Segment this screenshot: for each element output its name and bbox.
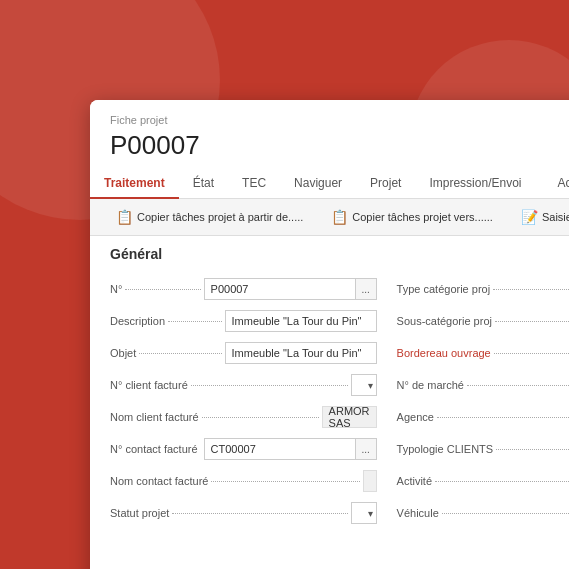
dots-client	[191, 385, 348, 386]
dots-nom-client	[202, 417, 319, 418]
label-typologie: Typologie CLIENTS	[397, 443, 494, 455]
label-statut: Statut projet	[110, 507, 169, 519]
tab-traitement[interactable]: Traitement	[90, 169, 179, 199]
input-objet[interactable]	[225, 342, 377, 364]
select-statut[interactable]: 2-EC	[351, 502, 377, 524]
dots-activite	[435, 481, 569, 482]
copy-to-icon: 📋	[331, 209, 348, 225]
form-row-marche: N° de marché	[397, 372, 569, 398]
form-row-sous-cat: Sous-catégorie proj	[397, 308, 569, 334]
select-client[interactable]: CL00003	[351, 374, 377, 396]
label-objet: Objet	[110, 347, 136, 359]
toolbar: 📋 Copier tâches projet à partir de..... …	[90, 199, 569, 236]
form-row-description: Description	[110, 308, 377, 334]
label-marche: N° de marché	[397, 379, 464, 391]
dots-nom-contact	[211, 481, 359, 482]
dots-vehicule	[442, 513, 569, 514]
input-numero[interactable]	[204, 278, 355, 300]
form-row-nom-client: Nom client facturé ARMOR SAS	[110, 404, 377, 430]
label-client: N° client facturé	[110, 379, 188, 391]
tab-naviguer[interactable]: Naviguer	[280, 169, 356, 199]
btn-contact[interactable]: ...	[355, 438, 377, 460]
label-activite: Activité	[397, 475, 432, 487]
label-nom-contact: Nom contact facturé	[110, 475, 208, 487]
label-type-cat: Type catégorie proj	[397, 283, 491, 295]
form-row-bordereau: Bordereau ouvrage	[397, 340, 569, 366]
readonly-nom-contact	[363, 470, 377, 492]
form-row-typologie: Typologie CLIENTS	[397, 436, 569, 462]
dots-type-cat	[493, 289, 569, 290]
label-vehicule: Véhicule	[397, 507, 439, 519]
saisie-button[interactable]: 📝 Saisie Av	[511, 205, 569, 229]
tab-bar: Traitement État TEC Naviguer Projet Impr…	[90, 169, 569, 199]
label-numero: N°	[110, 283, 122, 295]
dots-sous-cat	[495, 321, 569, 322]
dots-objet	[139, 353, 221, 354]
dots-marche	[467, 385, 569, 386]
form-row-numero: N° ...	[110, 276, 377, 302]
form-row-agence: Agence	[397, 404, 569, 430]
form-row-client: N° client facturé CL00003	[110, 372, 377, 398]
tab-impression[interactable]: Impression/Envoi	[415, 169, 535, 199]
form-row-type-cat: Type catégorie proj	[397, 276, 569, 302]
dots-agence	[437, 417, 569, 418]
tab-actions[interactable]: Actions	[543, 169, 569, 199]
tab-etat[interactable]: État	[179, 169, 228, 199]
input-description[interactable]	[225, 310, 377, 332]
tab-projet[interactable]: Projet	[356, 169, 415, 199]
btn-numero[interactable]: ...	[355, 278, 377, 300]
dots-description	[168, 321, 222, 322]
form-row-contact: N° contact facturé ...	[110, 436, 377, 462]
label-nom-client: Nom client facturé	[110, 411, 199, 423]
page-title: P00007	[110, 130, 569, 161]
card-header: Fiche projet P00007	[90, 100, 569, 161]
form-right-column: Type catégorie proj Sous-catégorie proj	[397, 276, 569, 532]
main-card: Fiche projet P00007 Traitement État TEC …	[90, 100, 569, 569]
form-grid: N° ... Description	[110, 276, 569, 532]
label-description: Description	[110, 315, 165, 327]
input-contact[interactable]	[204, 438, 355, 460]
form-row-activite: Activité	[397, 468, 569, 494]
label-bordereau[interactable]: Bordereau ouvrage	[397, 347, 491, 359]
form-row-objet: Objet	[110, 340, 377, 366]
form-row-nom-contact: Nom contact facturé	[110, 468, 377, 494]
saisie-icon: 📝	[521, 209, 538, 225]
label-sous-cat: Sous-catégorie proj	[397, 315, 492, 327]
section-title: Général	[110, 246, 569, 266]
form-row-statut: Statut projet 2-EC	[110, 500, 377, 526]
dots-typologie	[496, 449, 569, 450]
form-row-vehicule: Véhicule	[397, 500, 569, 526]
dots-bordereau	[494, 353, 569, 354]
form-left-column: N° ... Description	[110, 276, 377, 532]
copy-from-icon: 📋	[116, 209, 133, 225]
breadcrumb: Fiche projet	[110, 114, 569, 126]
dots-statut	[172, 513, 347, 514]
dots-numero	[125, 289, 200, 290]
tab-tec[interactable]: TEC	[228, 169, 280, 199]
label-agence: Agence	[397, 411, 434, 423]
content-area: Général N° ...	[90, 236, 569, 569]
copy-from-button[interactable]: 📋 Copier tâches projet à partir de.....	[106, 205, 313, 229]
label-contact: N° contact facturé	[110, 443, 198, 455]
readonly-nom-client: ARMOR SAS	[322, 406, 377, 428]
copy-to-button[interactable]: 📋 Copier tâches projet vers......	[321, 205, 503, 229]
